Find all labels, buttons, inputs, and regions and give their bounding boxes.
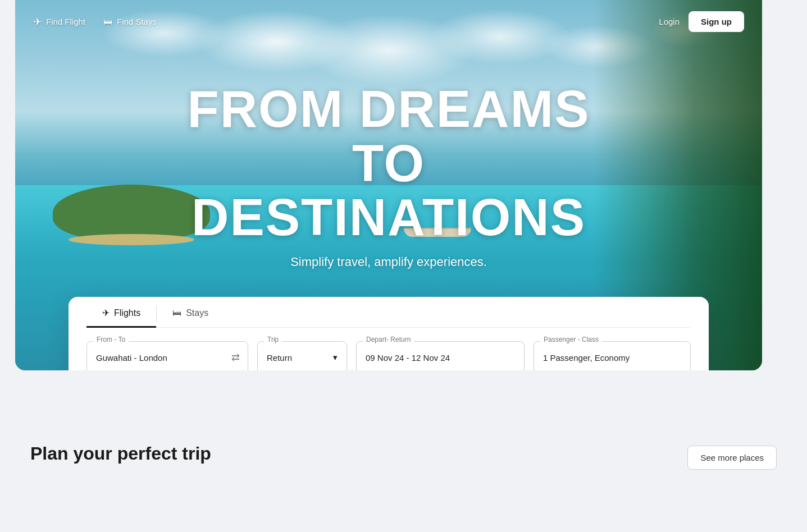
search-fields: From - To Trip Return Depart- [86,341,691,370]
see-more-button[interactable]: See more places [687,446,777,470]
section-title: Plan your perfect trip [30,443,211,464]
hero-text: FROM DREAMS TO DESTINATIONS Simplify tra… [164,82,613,269]
passenger-class-field: Passenger - Class [534,341,691,370]
signup-button[interactable]: Sign up [689,11,744,32]
search-tabs: Flights 🛏 Stays [86,297,691,328]
flights-tab-icon [102,308,110,318]
from-to-input-wrapper[interactable] [86,341,248,370]
swap-icon[interactable] [231,351,240,364]
nav-left: Find Flight 🛏 Find Stays [33,16,157,28]
plane-icon [33,16,42,28]
hero-subtitle: Simplify travel, amplify experiences. [164,255,613,269]
login-button[interactable]: Login [659,17,680,26]
hero-title-line1: FROM DREAMS TO [187,80,590,192]
dates-input[interactable] [366,353,515,363]
passenger-class-input[interactable] [543,353,681,363]
below-hero-section: Plan your perfect trip See more places [0,443,807,470]
dates-field: Depart- Return [356,341,525,370]
stays-tab-label: Stays [186,308,208,318]
hero-title: FROM DREAMS TO DESTINATIONS [164,82,613,245]
trip-field: Trip Return [257,341,347,370]
section-header: Plan your perfect trip See more places [30,443,777,470]
hero-title-line2: DESTINATIONS [192,189,586,246]
tab-flights[interactable]: Flights [86,297,156,328]
find-stays-label: Find Stays [117,17,157,26]
hero-section: Find Flight 🛏 Find Stays Login Sign up F… [15,0,762,370]
find-flight-nav[interactable]: Find Flight [33,16,85,28]
from-to-input[interactable] [96,353,239,363]
bed-icon: 🛏 [103,17,112,27]
find-flight-label: Find Flight [46,17,85,26]
flights-tab-label: Flights [114,308,140,318]
tab-stays[interactable]: 🛏 Stays [157,297,224,328]
trip-chevron-icon [333,352,338,363]
nav-right: Login Sign up [659,11,744,32]
trip-value: Return [267,353,292,363]
search-card: Flights 🛏 Stays From - To [69,297,709,370]
from-to-label: From - To [93,336,129,343]
passenger-class-input-wrapper[interactable] [534,341,691,370]
dates-label: Depart- Return [363,336,414,343]
dates-input-wrapper[interactable] [356,341,525,370]
page-wrapper: Find Flight 🛏 Find Stays Login Sign up F… [0,0,807,532]
passenger-class-label: Passenger - Class [540,336,602,343]
trip-label: Trip [264,336,282,343]
trip-select[interactable]: Return [257,341,347,370]
from-to-field: From - To [86,341,248,370]
find-stays-nav[interactable]: 🛏 Find Stays [103,17,157,27]
stays-tab-icon: 🛏 [172,308,181,318]
nav: Find Flight 🛏 Find Stays Login Sign up [15,0,762,43]
